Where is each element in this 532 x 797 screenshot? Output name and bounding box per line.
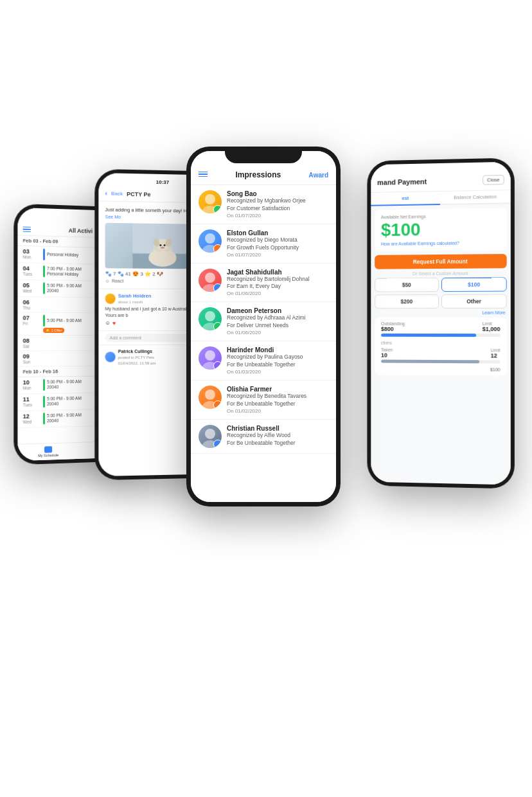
impression-item-5[interactable]: Harinder Mondi Recognized by Paulina Gay… — [191, 341, 336, 381]
impressions-list: Song Bao Recognized by Mgbankwo Orjee Fo… — [191, 185, 336, 497]
impression-avatar-7 — [199, 425, 222, 448]
outstanding-progress-fill — [381, 334, 476, 337]
my-schedule-btn[interactable]: My Schedule — [38, 446, 58, 458]
back-button[interactable]: ‹ — [105, 190, 107, 197]
payment-header: mand Payment Close — [371, 162, 510, 193]
taken-val: 10 — [381, 352, 393, 358]
impression-info-4: Dameon Peterson Recognized by Adhraaa Al… — [227, 307, 328, 336]
impression-avatar-4 — [199, 307, 222, 330]
impression-item-6[interactable]: Olishia Farmer Recognized by Benedita Ta… — [191, 381, 336, 420]
impression-item-4[interactable]: Dameon Peterson Recognized by Adhraaa Al… — [191, 302, 336, 341]
request-full-amount-button[interactable]: Request Full Amount — [375, 254, 507, 269]
outstanding-section: Outstanding $800 Limit $1,000 — [375, 318, 507, 376]
limit-val: $1,000 — [483, 326, 501, 332]
outstanding-val: $800 — [381, 326, 405, 332]
amount-50[interactable]: $50 — [375, 278, 439, 292]
payment-tab-request[interactable]: est — [371, 192, 440, 206]
impression-item-1[interactable]: Song Bao Recognized by Mgbankwo Orjee Fo… — [191, 185, 336, 224]
impression-badge-4 — [213, 322, 222, 330]
back-label[interactable]: Back — [111, 191, 123, 197]
taken-label: Taken — [381, 347, 393, 352]
available-earnings-label: Available Net Earnings — [381, 213, 501, 220]
impression-item-2[interactable]: Elston Gullan Recognized by Diego Morata… — [191, 224, 336, 264]
taken-limit-val: 12 — [491, 352, 501, 359]
deductions-row: ctions — [381, 341, 501, 346]
earnings-link[interactable]: How are Available Earnings calculated? — [381, 240, 501, 246]
schedule-title: All Activi — [69, 228, 93, 235]
payment-tab-balance[interactable]: Balance Calculation — [440, 190, 511, 205]
impression-badge-1 — [213, 205, 222, 213]
impression-info-1: Song Bao Recognized by Mgbankwo Orjee Fo… — [227, 190, 328, 219]
impression-info-5: Harinder Mondi Recognized by Paulina Gay… — [227, 346, 328, 375]
pcty-time: 10:37 — [156, 179, 169, 185]
impressions-screen: Impressions Award Song Bao Recognized by… — [191, 151, 336, 502]
payment-screen: mand Payment Close est Balance Calculati… — [371, 162, 510, 485]
impression-avatar-5 — [199, 346, 222, 370]
heart-icon: ♥ — [112, 320, 116, 327]
payment-amount: $100 — [381, 220, 420, 240]
impressions-title: Impressions — [235, 170, 281, 179]
footer-poster-name: Patrick Cullings — [118, 349, 152, 354]
svg-point-20 — [205, 350, 215, 361]
award-button[interactable]: Award — [309, 172, 328, 179]
svg-point-24 — [205, 429, 215, 439]
amount-options-grid: $50 $100 $200 Other — [375, 277, 507, 309]
svg-point-22 — [205, 390, 215, 400]
amount-200[interactable]: $200 — [375, 294, 439, 309]
footer-sub: posted to PCTY Pets — [118, 355, 154, 359]
deductions-progress-bar — [381, 359, 501, 363]
svg-point-12 — [205, 194, 215, 204]
limit-label: Limit — [483, 321, 501, 326]
comment-avatar — [105, 294, 116, 304]
phone-notch — [225, 147, 302, 163]
bottom-value: $100 — [381, 366, 501, 372]
impression-avatar-3 — [199, 269, 222, 292]
footer-avatar — [105, 352, 116, 362]
impression-info-3: Jagat Shahidullah Recognized by Bartolom… — [227, 269, 328, 297]
footer-time: 01/04/2022, 11:59 am — [118, 361, 156, 365]
impression-badge-6 — [213, 400, 222, 409]
outstanding-label: Outstanding — [381, 321, 405, 326]
payment-close-button[interactable]: Close — [483, 175, 504, 185]
impressions-hamburger[interactable] — [199, 172, 208, 179]
comment-time: about 1 month — [118, 300, 143, 304]
impression-badge-7 — [213, 440, 222, 448]
impression-badge-2 — [213, 244, 222, 253]
impression-badge-5 — [213, 361, 222, 370]
impression-avatar-6 — [199, 386, 222, 409]
impression-avatar-2 — [199, 229, 222, 253]
impression-avatar-1 — [199, 190, 222, 213]
phone-impressions-inner: Impressions Award Song Bao Recognized by… — [191, 151, 336, 502]
impression-info-6: Olishia Farmer Recognized by Benedita Ta… — [227, 386, 328, 414]
impression-item-7[interactable]: Christian Russell Recognized by Alfie Wo… — [191, 420, 336, 454]
comment-user-name: Sarah Holdren — [118, 293, 152, 299]
payment-title: mand Payment — [377, 177, 427, 186]
see-more-link[interactable]: See Mo — [105, 214, 121, 219]
svg-point-16 — [205, 273, 215, 283]
custom-amount-label: Or Select a Custom Amount — [371, 271, 510, 276]
impression-item-3[interactable]: Jagat Shahidullah Recognized by Bartolom… — [191, 264, 336, 303]
scene: All Activi Feb 03 - Feb 09 03Mon Persona… — [0, 0, 532, 797]
learn-more-link[interactable]: Learn More — [376, 310, 506, 315]
svg-point-14 — [205, 233, 215, 244]
payment-tabs: est Balance Calculation — [371, 190, 510, 206]
impression-info-7: Christian Russell Recognized by Alfie Wo… — [227, 425, 328, 447]
deductions-progress-fill — [381, 359, 480, 363]
amount-other[interactable]: Other — [441, 294, 507, 308]
deductions-label: ctions — [381, 341, 392, 345]
svg-point-18 — [205, 311, 215, 321]
phone-impressions: Impressions Award Song Bao Recognized by… — [186, 147, 341, 506]
available-earnings-section: Available Net Earnings $100 How are Avai… — [375, 208, 507, 251]
taken-limit-label: Limit — [491, 348, 501, 352]
hamburger-icon[interactable] — [23, 226, 31, 232]
outstanding-progress-bar — [381, 334, 501, 337]
impression-badge-3 — [213, 283, 222, 292]
phone-payment-inner: mand Payment Close est Balance Calculati… — [371, 162, 510, 485]
phone-payment: mand Payment Close est Balance Calculati… — [367, 157, 514, 488]
amount-100[interactable]: $100 — [441, 277, 507, 292]
impression-info-2: Elston Gullan Recognized by Diego Morata… — [227, 229, 328, 258]
